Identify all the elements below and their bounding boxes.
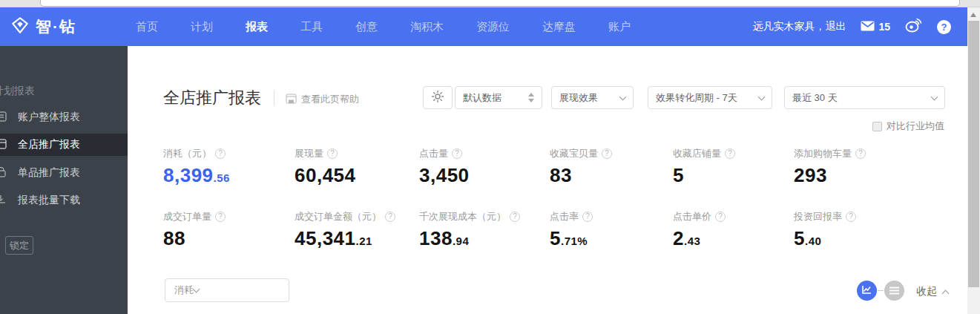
page-title: 全店推广报表 <box>163 87 261 109</box>
gear-icon <box>431 90 444 106</box>
metric-label: 成交订单金额（元） <box>295 210 381 223</box>
page-help-link[interactable]: 查看此页帮助 <box>286 93 359 106</box>
effect-select[interactable]: 展现效果 <box>551 86 634 109</box>
metric-value: 5 <box>673 164 735 187</box>
vertical-scrollbar[interactable] <box>967 7 980 314</box>
metric-value: 2.43 <box>673 227 726 250</box>
metric-clicks: 点击量? 3,450 <box>419 147 470 187</box>
question-icon[interactable]: ? <box>385 212 395 222</box>
compare-industry-label: 对比行业均值 <box>887 120 944 133</box>
question-icon[interactable]: ? <box>846 212 856 222</box>
nav-item-report[interactable]: 报表 <box>246 20 268 34</box>
user-logout-link[interactable]: 远凡实木家具，退出 <box>752 20 846 33</box>
chart-view-toggle <box>857 281 904 301</box>
metric-label: 投资回报率 <box>794 210 842 223</box>
data-mode-select[interactable]: 默认数据 <box>455 86 542 109</box>
metric-item-favorites: 收藏宝贝量? 83 <box>550 147 612 187</box>
metric-roi: 投资回报率? 5.40 <box>794 210 856 250</box>
metric-value: 293 <box>794 164 866 187</box>
metric-value: 45,341.21 <box>295 227 395 250</box>
question-icon[interactable]: ? <box>715 212 726 222</box>
app-logo[interactable]: 智·钻 <box>10 7 76 46</box>
envelope-icon <box>861 21 875 33</box>
scrollbar-thumb[interactable] <box>968 21 979 287</box>
nav-item-taojimu[interactable]: 淘积木 <box>410 20 444 34</box>
page-help-label: 查看此页帮助 <box>301 93 359 106</box>
sidebar-item-item-report[interactable]: 单品推广报表 <box>0 162 128 184</box>
mail-button[interactable]: 15 <box>861 21 890 33</box>
question-icon[interactable]: ? <box>452 148 462 159</box>
navbar-right-cluster: 远凡实木家具，退出 15 ? <box>752 7 951 46</box>
nav-item-account[interactable]: 账户 <box>608 20 631 34</box>
conversion-period-value: 效果转化周期 - 7天 <box>656 91 759 105</box>
download-icon <box>0 194 7 207</box>
lock-button[interactable]: 锁定 <box>5 236 33 255</box>
compare-industry-checkbox[interactable] <box>872 122 882 131</box>
metric-impressions: 展现量? 60,454 <box>295 147 356 187</box>
nav-item-tools[interactable]: 工具 <box>300 20 323 34</box>
data-mode-value: 默认数据 <box>463 91 528 105</box>
sidebar-item-label: 单品推广报表 <box>18 166 80 180</box>
nav-item-plan[interactable]: 计划 <box>191 20 213 34</box>
collapse-label: 收起 <box>916 285 937 298</box>
nav-item-resource[interactable]: 资源位 <box>476 20 510 34</box>
metric-value: 5.40 <box>794 227 856 250</box>
metric-label: 添加购物车量 <box>794 147 852 160</box>
compare-industry-row: 对比行业均值 <box>872 120 944 133</box>
metric-label: 成交订单量 <box>163 210 211 223</box>
collapse-toggle[interactable]: 收起 <box>916 285 948 298</box>
chart-metric-select[interactable]: 消耗 <box>165 278 289 302</box>
nav-item-creative[interactable]: 创意 <box>355 20 378 34</box>
metric-label: 点击率 <box>550 210 579 223</box>
question-circle-icon[interactable]: ? <box>937 20 951 34</box>
mail-count-badge: 15 <box>878 21 890 33</box>
main-content: 全店推广报表 查看此页帮助 默认数据 展现效果 效果转化周 <box>128 46 967 314</box>
toggle-dash <box>878 290 884 291</box>
question-icon[interactable]: ? <box>725 148 735 159</box>
nav-item-damopan[interactable]: 达摩盘 <box>542 20 576 34</box>
question-icon[interactable]: ? <box>510 212 520 222</box>
metric-label: 点击量 <box>419 147 448 160</box>
metric-value: 5.71% <box>550 227 593 250</box>
main-nav-menu: 首页 计划 报表 工具 创意 淘积木 资源位 达摩盘 账户 <box>136 7 631 46</box>
sidebar-item-batch-download[interactable]: 报表批量下载 <box>0 189 128 212</box>
sidebar-item-store-report[interactable]: 全店推广报表 <box>0 134 128 156</box>
question-icon[interactable]: ? <box>327 148 338 159</box>
conversion-period-select[interactable]: 效果转化周期 - 7天 <box>648 86 772 109</box>
metric-cpm: 千次展现成本（元）? 138.94 <box>419 210 520 250</box>
metric-cart-adds: 添加购物车量? 293 <box>794 147 866 187</box>
question-icon[interactable]: ? <box>215 212 226 222</box>
chevron-down-icon <box>758 93 766 100</box>
effect-value: 展现效果 <box>559 91 620 105</box>
sidebar-section-plan-reports: 计划报表 <box>0 85 35 98</box>
sidebar-item-account-report[interactable]: 账户整体报表 <box>0 106 128 128</box>
metric-label: 收藏店铺量 <box>673 147 721 160</box>
settings-button[interactable] <box>423 86 453 109</box>
date-range-select[interactable]: 最近 30 天 <box>784 86 945 109</box>
question-icon[interactable]: ? <box>855 148 866 159</box>
metric-order-amount: 成交订单金额（元）? 45,341.21 <box>295 210 395 250</box>
sidebar-item-label: 报表批量下载 <box>18 194 80 207</box>
question-icon[interactable]: ? <box>215 148 226 159</box>
metric-ctr: 点击率? 5.71% <box>550 210 593 250</box>
question-icon[interactable]: ? <box>602 148 612 159</box>
line-chart-view-button[interactable] <box>857 281 877 301</box>
nav-item-home[interactable]: 首页 <box>136 20 158 34</box>
left-sidebar: 计划报表 账户整体报表 全店推广报表 单品推广报表 报表批量下载 锁定 <box>0 46 128 314</box>
store-report-icon <box>0 139 7 151</box>
weibo-icon[interactable] <box>905 18 922 36</box>
metric-cpc: 点击单价? 2.43 <box>673 210 726 250</box>
metric-value: 8,399.56 <box>163 164 230 187</box>
scrollbar-up-arrow-icon[interactable] <box>970 13 976 17</box>
sidebar-item-label: 全店推广报表 <box>18 138 80 151</box>
metric-orders: 成交订单量? 88 <box>163 210 226 250</box>
top-navbar: 智·钻 首页 计划 报表 工具 创意 淘积木 资源位 达摩盘 账户 远凡实木家具… <box>0 7 967 46</box>
list-view-button[interactable] <box>884 281 904 301</box>
gem-icon <box>10 16 30 38</box>
question-icon[interactable]: ? <box>582 212 593 222</box>
chevron-up-icon <box>942 290 950 297</box>
metric-value: 83 <box>550 164 612 187</box>
chevron-down-icon <box>931 93 938 100</box>
chart-metric-value: 消耗 <box>174 284 194 297</box>
app-logo-text: 智·钻 <box>36 16 76 37</box>
